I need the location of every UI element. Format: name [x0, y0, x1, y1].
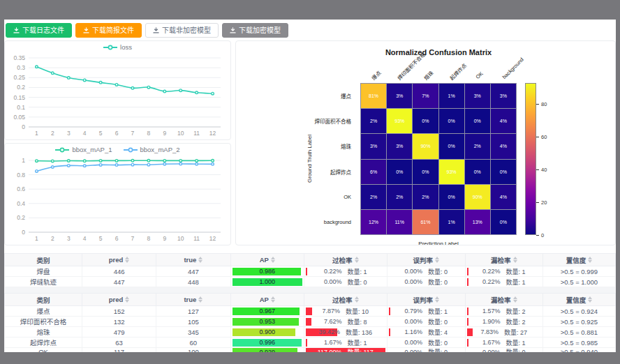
rate-cell: 39.42%数量: 136	[304, 327, 387, 338]
download-unencrypted-model-button[interactable]: 下载非加密模型	[145, 23, 219, 38]
column-header-置信度[interactable]: 置信度	[542, 254, 615, 266]
sort-control[interactable]	[588, 296, 592, 303]
column-header-pred[interactable]: pred	[82, 254, 156, 266]
column-header-true[interactable]: true	[156, 254, 231, 266]
colorbar-tick	[536, 169, 539, 170]
column-header-误判率[interactable]: 误判率	[387, 254, 465, 266]
sort-control[interactable]	[271, 257, 275, 263]
matrix-row-label: 熔珠	[236, 134, 356, 159]
legend-label: loss	[120, 43, 132, 51]
confidence-cell: >0.5 = 0.924	[542, 306, 615, 317]
column-header-AP[interactable]: AP	[230, 294, 304, 306]
matrix-cell: 93%	[439, 160, 464, 184]
true-cell: 60	[156, 338, 231, 348]
column-header-误判率[interactable]: 误判率	[387, 294, 465, 306]
svg-text:0.05: 0.05	[13, 114, 25, 121]
download-encrypted-model-button[interactable]: 下载加密模型	[222, 23, 288, 38]
class-cell: 起焊炸点	[5, 338, 82, 348]
svg-text:0.2: 0.2	[17, 214, 25, 221]
class-cell: 焊盘	[5, 266, 82, 277]
rate-cell: 7.87%数量: 10	[304, 306, 387, 317]
svg-text:7: 7	[131, 130, 135, 137]
matrix-cell: 90%	[413, 134, 438, 158]
class-cell: 熔珠	[5, 327, 82, 338]
svg-text:6: 6	[115, 130, 119, 137]
bbox-map-line-chart: 00.20.40.60.81123456789101112	[5, 144, 230, 245]
svg-text:3: 3	[67, 235, 71, 242]
sort-control[interactable]	[513, 257, 517, 263]
column-header-漏检率[interactable]: 漏检率	[465, 294, 542, 306]
matrix-cell: 90%	[465, 185, 490, 209]
matrix-column-label: background	[501, 56, 524, 80]
matrix-cell: 4%	[491, 185, 516, 209]
download-log-file-button[interactable]: 下载日志文件	[6, 23, 72, 38]
matrix-cell: 2%	[465, 134, 490, 158]
sort-control[interactable]	[355, 296, 359, 303]
svg-text:0.35: 0.35	[13, 54, 25, 61]
legend-label: bbox_mAP_2	[140, 146, 180, 153]
matrix-row-label: 起焊炸点	[236, 159, 356, 184]
window-chrome-top	[0, 0, 620, 20]
table-row: 爆点1521270.9677.87%数量: 100.79%数量: 11.57%数…	[5, 306, 616, 317]
true-cell: 127	[156, 306, 231, 317]
matrix-title: Normalized Confusion Matrix	[360, 48, 517, 56]
rate-cell: 1.57%数量: 2	[465, 306, 542, 317]
confusion-matrix-card: Normalized Confusion Matrix Ground Truth…	[235, 40, 616, 245]
confidence-cell: >0.5 = 0.985	[542, 338, 615, 348]
sort-control[interactable]	[198, 257, 202, 263]
column-header-AP[interactable]: AP	[230, 254, 304, 266]
sort-control[interactable]	[198, 296, 202, 303]
sort-control[interactable]	[513, 296, 517, 303]
download-report-file-button[interactable]: 下载简报文件	[75, 23, 142, 38]
class-cell: 焊印面积不合格	[5, 317, 82, 327]
svg-text:8: 8	[147, 130, 151, 137]
legend-item-bbox_mAP_1[interactable]: bbox_mAP_1	[55, 146, 112, 153]
svg-text:0.4: 0.4	[17, 200, 25, 207]
bbox-map-chart-legend: bbox_mAP_1bbox_mAP_2	[5, 146, 230, 153]
sort-control[interactable]	[588, 257, 592, 263]
pred-cell: 479	[82, 327, 156, 338]
matrix-cell: 11%	[387, 210, 412, 234]
true-cell: 447	[156, 266, 231, 277]
pred-cell: 152	[82, 306, 156, 317]
matrix-cell: 4%	[491, 109, 516, 133]
metrics-tables: 类别predtrueAP过检率误判率漏检率置信度焊盘4464470.9860.2…	[4, 253, 616, 352]
svg-text:5: 5	[99, 130, 103, 137]
sort-control[interactable]	[435, 257, 439, 263]
column-header-true[interactable]: true	[156, 294, 231, 306]
button-label: 下载非加密模型	[162, 27, 211, 34]
matrix-cell: 0%	[439, 134, 464, 158]
sort-control[interactable]	[125, 296, 129, 303]
sort-control[interactable]	[271, 296, 275, 303]
matrix-cell: 2%	[361, 109, 386, 133]
confidence-cell: >0.5 = 0.925	[542, 317, 615, 327]
column-header-漏检率[interactable]: 漏检率	[465, 254, 542, 266]
ap-cell: 0.967	[230, 306, 304, 317]
matrix-cell: 7%	[413, 84, 438, 108]
class-cell: 爆点	[5, 306, 82, 317]
matrix-cell: 2%	[387, 185, 412, 209]
confusion-matrix-heatmap: 81%3%7%1%3%3%2%93%0%0%0%4%3%3%90%0%2%4%6…	[360, 83, 517, 235]
matrix-cell: 3%	[465, 84, 490, 108]
true-cell: 105	[156, 317, 231, 327]
matrix-column-label: 起焊炸点	[448, 61, 468, 82]
svg-text:0.6: 0.6	[17, 185, 25, 192]
column-header-置信度[interactable]: 置信度	[542, 294, 615, 306]
column-header-过检率[interactable]: 过检率	[304, 254, 387, 266]
column-header-pred[interactable]: pred	[82, 294, 156, 306]
legend-item-loss[interactable]: loss	[103, 43, 132, 51]
matrix-column-label: OK	[475, 70, 485, 80]
sort-control[interactable]	[435, 296, 439, 303]
matrix-cell: 81%	[361, 84, 386, 108]
svg-text:5: 5	[99, 235, 103, 242]
svg-text:3: 3	[67, 130, 71, 137]
legend-item-bbox_mAP_2[interactable]: bbox_mAP_2	[124, 146, 180, 153]
sort-control[interactable]	[355, 257, 359, 263]
rate-cell: 1.90%数量: 2	[465, 317, 542, 327]
rate-cell: 0.22%数量: 1	[465, 277, 542, 287]
table-row: 熔珠4793450.90039.42%数量: 1361.16%数量: 47.83…	[5, 327, 616, 338]
sort-control[interactable]	[125, 257, 129, 263]
matrix-cell: 3%	[361, 134, 386, 158]
column-header-过检率[interactable]: 过检率	[304, 294, 387, 306]
matrix-row-label: 焊印面积不合格	[236, 108, 356, 133]
